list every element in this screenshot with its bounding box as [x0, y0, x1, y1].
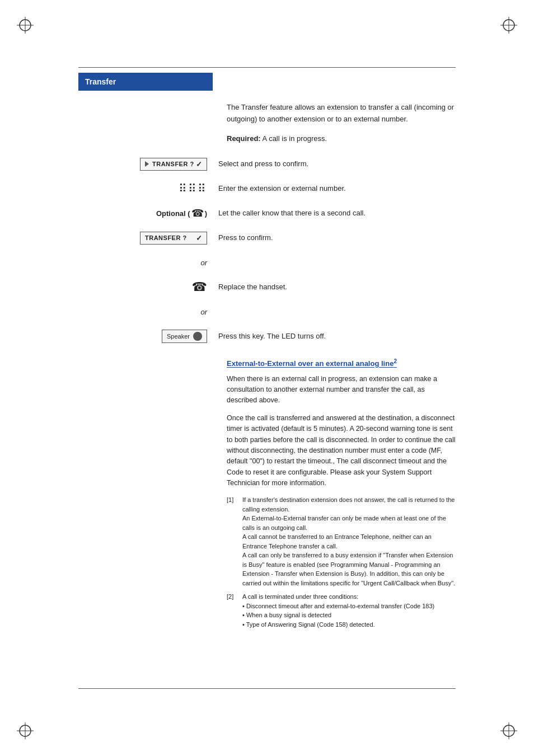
- instr-row-or2: or: [78, 303, 456, 320]
- fn1-line4: A call can only be transferred to a busy…: [242, 552, 455, 586]
- footnote-2: [2] A call is terminated under three con…: [227, 592, 456, 629]
- intro-row: The Transfer feature allows an extension…: [78, 96, 456, 156]
- corner-mark-bl: [17, 722, 34, 739]
- transfer-key-2: TRANSFER ? ✓: [140, 232, 207, 245]
- footnote-1-text: If a transfer's destination extension do…: [242, 495, 456, 588]
- fn2-line3: • When a busy signal is detected: [242, 612, 331, 618]
- instr-row-or1: or: [78, 254, 456, 271]
- footnotes: [1] If a transfer's destination extensio…: [227, 495, 456, 629]
- required-line: Required: A call is in progress.: [227, 133, 456, 145]
- fn1-line1: If a transfer's destination extension do…: [242, 496, 455, 513]
- blue-header: Transfer: [78, 73, 213, 91]
- instr-row-1: TRANSFER ? ✓ Select and press to confirm…: [78, 156, 456, 172]
- footnote-2-num: [2]: [227, 592, 242, 629]
- speaker-circle-icon: [193, 332, 202, 341]
- rule-bottom: [78, 688, 456, 689]
- instr-row-5: ☎ Replace the handset.: [78, 279, 456, 295]
- section-left-spacer: [78, 353, 218, 633]
- intro-left-spacer: [78, 96, 218, 156]
- rule-top: [78, 67, 456, 68]
- content-area: Transfer The Transfer feature allows an …: [78, 73, 456, 683]
- section-superscript: 2: [394, 358, 397, 364]
- required-label: Required:: [227, 134, 261, 143]
- speaker-key: Speaker: [162, 330, 207, 343]
- transfer-key-label-2: TRANSFER ?: [145, 234, 187, 241]
- instr-left-6: Speaker: [78, 330, 218, 343]
- instr-row-6: Speaker Press this key. The LED turns of…: [78, 328, 456, 345]
- optional-label-close: ): [205, 209, 207, 218]
- section-heading-text: External-to-External over an external an…: [227, 360, 394, 368]
- fn2-line2: • Disconnect timeout after and external-…: [242, 603, 434, 609]
- instr-desc-2: Enter the extension or external number.: [218, 183, 456, 195]
- instr-left-5: ☎: [78, 280, 218, 294]
- required-text-val: A call is in progress.: [263, 134, 327, 143]
- corner-mark-tr: [500, 17, 517, 34]
- instr-left-2: ⠿⠿⠿: [78, 182, 218, 195]
- instr-row-3: Optional ( ☎ ) Let the caller know that …: [78, 205, 456, 222]
- corner-mark-br: [500, 722, 517, 739]
- corner-mark-tl: [17, 17, 34, 34]
- instr-left-4: TRANSFER ? ✓: [78, 232, 218, 245]
- fn1-line2: An External-to-External transfer can onl…: [242, 515, 446, 531]
- instr-desc-6: Press this key. The LED turns off.: [218, 331, 456, 342]
- check-icon-2: ✓: [196, 234, 203, 242]
- instr-desc-1: Select and press to confirm.: [218, 158, 456, 170]
- fn2-line1: A call is terminated under three conditi…: [242, 593, 358, 600]
- intro-text: The Transfer feature allows an extension…: [227, 102, 456, 125]
- footnote-1: [1] If a transfer's destination extensio…: [227, 495, 456, 588]
- transfer-key-label-1: TRANSFER ?: [152, 161, 194, 167]
- fn1-line3: A call cannot be transferred to an Entra…: [242, 533, 432, 550]
- section-right: External-to-External over an external an…: [218, 353, 456, 633]
- instr-left-1: TRANSFER ? ✓: [78, 158, 218, 171]
- transfer-key-1: TRANSFER ? ✓: [140, 158, 207, 171]
- blue-header-container: Transfer: [78, 73, 456, 91]
- section-para1: When there is an external call in progre…: [227, 374, 456, 406]
- keypad-icon: ⠿⠿⠿: [179, 182, 207, 195]
- or-text-1: or: [78, 259, 218, 267]
- optional-label: Optional (: [156, 209, 190, 218]
- instr-row-2: ⠿⠿⠿ Enter the extension or external numb…: [78, 180, 456, 197]
- footnote-2-text: A call is terminated under three conditi…: [242, 592, 434, 629]
- instr-row-4: TRANSFER ? ✓ Press to confirm.: [78, 229, 456, 246]
- or-text-2: or: [78, 308, 218, 316]
- instr-desc-4: Press to confirm.: [218, 232, 456, 244]
- speaker-key-label: Speaker: [167, 333, 190, 340]
- footnote-1-num: [1]: [227, 495, 242, 588]
- instr-left-3: Optional ( ☎ ): [78, 207, 218, 219]
- check-icon-1: ✓: [196, 160, 203, 168]
- instr-desc-5: Replace the handset.: [218, 281, 456, 293]
- page: Transfer The Transfer feature allows an …: [0, 0, 534, 756]
- intro-right: The Transfer feature allows an extension…: [218, 96, 456, 156]
- instr-desc-3: Let the caller know that there is a seco…: [218, 208, 456, 219]
- play-icon-1: [145, 161, 149, 167]
- fn2-line4: • Type of Answering Signal (Code 158) de…: [242, 621, 375, 628]
- section-para2: Once the call is transferred and answere…: [227, 413, 456, 489]
- handset-icon: ☎: [192, 280, 207, 294]
- optional-phone-icon: ☎: [191, 207, 204, 219]
- section-row: External-to-External over an external an…: [78, 353, 456, 633]
- section-heading: External-to-External over an external an…: [227, 358, 456, 368]
